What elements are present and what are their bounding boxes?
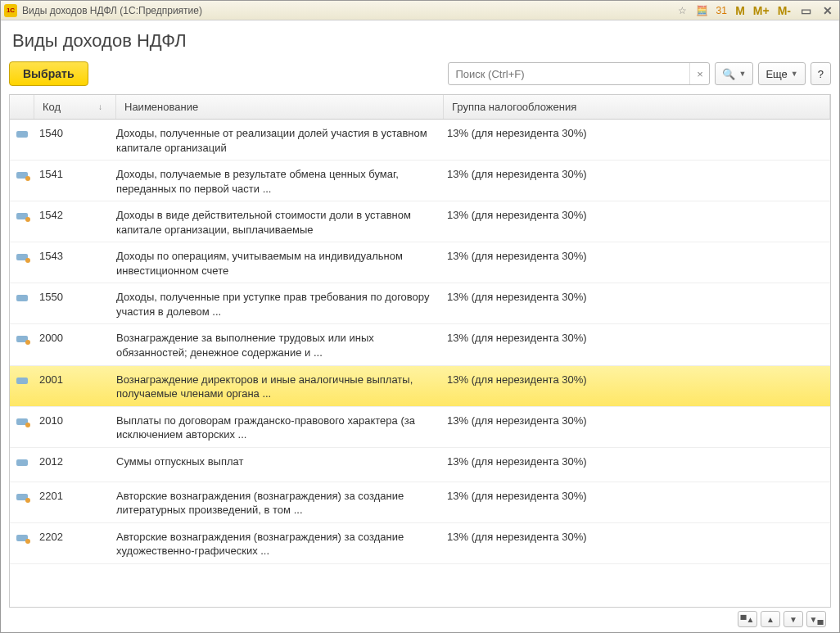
toolbar: Выбрать × 🔍 ▼ Еще ▼ ?	[9, 61, 831, 86]
row-type-icon	[10, 454, 34, 468]
cell-code: 2202	[34, 530, 116, 543]
table-row[interactable]: 1540Доходы, полученные от реализации дол…	[10, 120, 830, 161]
app-logo: 1С	[4, 4, 17, 17]
cell-name: Доходы, получаемые в результате обмена ц…	[116, 167, 444, 196]
memory-m-button[interactable]: M	[734, 4, 747, 17]
row-type-icon	[10, 489, 34, 503]
minimize-button[interactable]: ▭	[797, 4, 815, 17]
cell-group: 13% (для нерезидента 30%)	[444, 489, 830, 502]
table-row[interactable]: 2202Авторские вознаграждения (вознагражд…	[10, 523, 830, 564]
col-group[interactable]: Группа налогообложения	[444, 95, 830, 119]
cell-code: 2010	[34, 414, 116, 427]
cell-name: Доходы в виде действительной стоимости д…	[116, 208, 444, 237]
search-dropdown-button[interactable]: 🔍 ▼	[715, 62, 753, 85]
search-icon: 🔍	[722, 68, 735, 80]
page-title: Виды доходов НДФЛ	[12, 30, 831, 52]
search-clear-button[interactable]: ×	[689, 63, 709, 84]
table-header: Код ↓ Наименование Группа налогообложени…	[10, 95, 830, 120]
table-row[interactable]: 2012Суммы отпускных выплат13% (для нерез…	[10, 448, 830, 482]
row-type-icon	[10, 167, 34, 181]
cell-name: Авторские вознаграждения (вознаграждения…	[116, 530, 444, 558]
cell-name: Вознаграждение за выполнение трудовых ил…	[116, 331, 444, 359]
record-icon	[16, 378, 28, 384]
table-row[interactable]: 2001Вознаграждение директоров и иные ана…	[10, 366, 830, 407]
record-alt-icon	[16, 213, 28, 219]
row-type-icon	[10, 208, 34, 222]
row-type-icon	[10, 290, 34, 304]
row-type-icon	[10, 126, 34, 140]
cell-name: Авторские вознаграждения (вознаграждения…	[116, 489, 444, 518]
row-type-icon	[10, 249, 34, 263]
memory-mplus-button[interactable]: M+	[752, 4, 771, 17]
record-icon	[16, 131, 28, 138]
help-button[interactable]: ?	[811, 62, 831, 85]
cell-name: Доходы, полученные от реализации долей у…	[116, 126, 444, 155]
table-row[interactable]: 1541Доходы, получаемые в результате обме…	[10, 161, 830, 201]
row-type-icon	[10, 414, 34, 427]
record-alt-icon	[16, 254, 28, 260]
calendar-icon[interactable]: 31	[714, 3, 729, 18]
record-alt-icon	[16, 172, 28, 179]
cell-group: 13% (для нерезидента 30%)	[444, 208, 830, 221]
record-alt-icon	[16, 535, 28, 541]
cell-code: 1543	[34, 249, 116, 262]
cell-code: 2001	[34, 373, 116, 386]
cell-code: 1540	[34, 126, 116, 139]
col-icon[interactable]	[10, 95, 34, 119]
titlebar: 1С Виды доходов НДФЛ (1С:Предприятие) ☆ …	[1, 1, 839, 20]
chevron-down-icon: ▼	[738, 70, 746, 78]
table-body: 1540Доходы, полученные от реализации дол…	[10, 120, 830, 607]
cell-code: 2012	[34, 454, 116, 468]
table-row[interactable]: 2010Выплаты по договорам гражданско-прав…	[10, 407, 830, 448]
cell-group: 13% (для нерезидента 30%)	[444, 454, 830, 468]
nav-first-button[interactable]: ▀▲	[738, 611, 757, 627]
cell-code: 1550	[34, 290, 116, 303]
nav-up-button[interactable]: ▲	[761, 611, 780, 627]
record-alt-icon	[16, 418, 28, 425]
calculator-icon[interactable]: 🧮	[694, 3, 709, 18]
close-button[interactable]: ✕	[820, 4, 836, 17]
nav-last-button[interactable]: ▼▄	[806, 611, 826, 627]
select-button[interactable]: Выбрать	[9, 61, 88, 86]
nav-down-button[interactable]: ▼	[784, 611, 803, 627]
col-name[interactable]: Наименование	[116, 95, 444, 119]
record-alt-icon	[16, 494, 28, 500]
cell-group: 13% (для нерезидента 30%)	[444, 331, 830, 344]
content-area: Виды доходов НДФЛ Выбрать × 🔍 ▼ Еще ▼ ?	[1, 20, 839, 632]
record-icon	[16, 295, 28, 301]
cell-code: 2000	[34, 331, 116, 344]
record-alt-icon	[16, 336, 28, 342]
more-button[interactable]: Еще ▼	[758, 62, 805, 85]
footer-nav: ▀▲ ▲ ▼ ▼▄	[9, 608, 831, 629]
data-table: Код ↓ Наименование Группа налогообложени…	[9, 94, 831, 608]
cell-name: Суммы отпускных выплат	[116, 454, 444, 469]
row-type-icon	[10, 373, 34, 387]
cell-name: Доходы, полученные при уступке прав треб…	[116, 290, 444, 319]
table-row[interactable]: 1543Доходы по операциям, учитываемым на …	[10, 242, 830, 283]
cell-group: 13% (для нерезидента 30%)	[444, 167, 830, 180]
titlebar-actions: ☆ 🧮 31 M M+ M- ▭ ✕	[675, 3, 836, 18]
cell-group: 13% (для нерезидента 30%)	[444, 414, 830, 427]
window-title: Виды доходов НДФЛ (1С:Предприятие)	[22, 5, 675, 16]
table-row[interactable]: 1550Доходы, полученные при уступке прав …	[10, 283, 830, 324]
row-type-icon	[10, 331, 34, 345]
chevron-down-icon: ▼	[791, 70, 798, 78]
favorite-icon[interactable]: ☆	[675, 3, 689, 18]
cell-group: 13% (для нерезидента 30%)	[444, 126, 830, 139]
cell-name: Доходы по операциям, учитываемым на инди…	[116, 249, 444, 278]
search-input[interactable]	[449, 63, 689, 84]
sort-asc-icon: ↓	[98, 102, 102, 111]
table-row[interactable]: 2201Авторские вознаграждения (вознагражд…	[10, 482, 830, 523]
search-box: ×	[448, 62, 710, 85]
cell-code: 1541	[34, 167, 116, 180]
table-row[interactable]: 1542Доходы в виде действительной стоимос…	[10, 201, 830, 242]
cell-code: 2201	[34, 489, 116, 502]
cell-name: Выплаты по договорам гражданско-правовог…	[116, 414, 444, 442]
table-row[interactable]: 2000Вознаграждение за выполнение трудовы…	[10, 324, 830, 365]
row-type-icon	[10, 530, 34, 544]
cell-name: Вознаграждение директоров и иные аналоги…	[116, 373, 444, 401]
cell-code: 1542	[34, 208, 116, 221]
cell-group: 13% (для нерезидента 30%)	[444, 530, 830, 543]
col-code[interactable]: Код ↓	[34, 95, 116, 119]
memory-mminus-button[interactable]: M-	[776, 4, 793, 17]
